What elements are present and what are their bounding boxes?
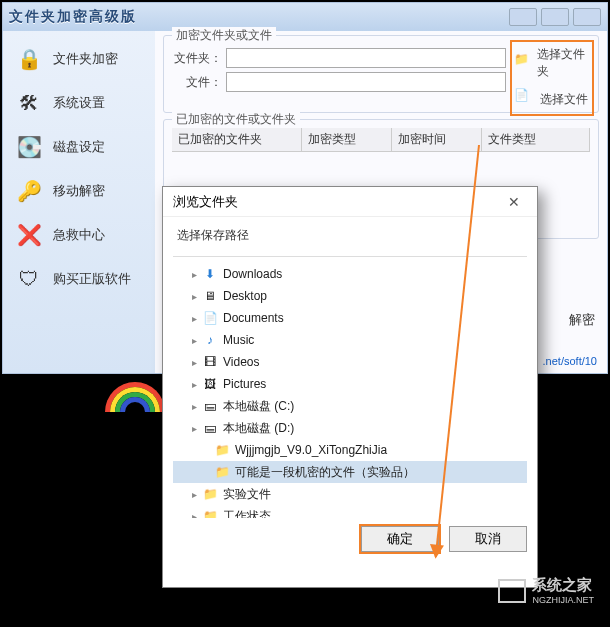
dialog-title: 浏览文件夹 (173, 193, 238, 211)
video-icon (201, 355, 219, 369)
desktop-icon (201, 289, 219, 303)
folder-input[interactable] (226, 48, 506, 68)
sidebar-item-label: 系统设置 (53, 94, 105, 112)
folder-tree[interactable]: ▸Downloads ▸Desktop ▸Documents ▸Music ▸V… (173, 256, 527, 518)
tree-item[interactable]: ▸Documents (173, 307, 527, 329)
th-type[interactable]: 加密类型 (302, 128, 392, 151)
sidebar: 文件夹加密 系统设置 磁盘设定 移动解密 急救中心 购买正版软件 (3, 31, 155, 373)
maximize-button[interactable] (541, 8, 569, 26)
key-icon (13, 175, 45, 207)
dialog-close-button[interactable]: ✕ (497, 191, 531, 213)
th-filetype[interactable]: 文件类型 (482, 128, 590, 151)
tree-item[interactable]: ▸Downloads (173, 263, 527, 285)
tree-item[interactable]: Wjjjmgjb_V9.0_XiTongZhiJia (173, 439, 527, 461)
watermark-brand: 系统之家 (532, 576, 594, 595)
folder-icon (201, 487, 219, 501)
choose-buttons: 选择文件夹 选择文件 (510, 40, 594, 116)
lock-icon (13, 43, 45, 75)
sidebar-item-label: 磁盘设定 (53, 138, 105, 156)
tree-item[interactable]: ▸Desktop (173, 285, 527, 307)
sidebar-item-disk[interactable]: 磁盘设定 (3, 125, 155, 169)
drive-icon (201, 421, 219, 435)
file-label: 文件： (172, 74, 226, 91)
file-input[interactable] (226, 72, 506, 92)
sidebar-item-buy[interactable]: 购买正版软件 (3, 257, 155, 301)
sidebar-item-label: 文件夹加密 (53, 50, 118, 68)
sidebar-item-label: 移动解密 (53, 182, 105, 200)
choose-file-button[interactable]: 选择文件 (512, 84, 592, 114)
folder-icon (514, 52, 533, 74)
tree-item[interactable]: ▸工作状态 (173, 505, 527, 518)
rainbow-graphic (105, 382, 165, 442)
dialog-title-bar: 浏览文件夹 ✕ (163, 187, 537, 217)
folder-icon (213, 465, 231, 479)
decrypt-button[interactable]: 解密 (569, 311, 595, 329)
drive-icon (201, 399, 219, 413)
app-title: 文件夹加密高级版 (9, 8, 137, 26)
legend: 已加密的文件或文件夹 (172, 111, 300, 128)
title-bar: 文件夹加密高级版 (3, 3, 607, 31)
dialog-subtitle: 选择保存路径 (163, 217, 537, 248)
folder-icon (213, 443, 231, 457)
tree-item-selected[interactable]: 可能是一段机密的文件（实验品） (173, 461, 527, 483)
ok-button[interactable]: 确定 (361, 526, 439, 552)
th-path[interactable]: 已加密的文件夹 (172, 128, 302, 151)
disk-icon (13, 131, 45, 163)
window-controls (509, 8, 601, 26)
tree-item[interactable]: ▸本地磁盘 (D:) (173, 417, 527, 439)
tree-item[interactable]: ▸本地磁盘 (C:) (173, 395, 527, 417)
close-button[interactable] (573, 8, 601, 26)
browse-folder-dialog: 浏览文件夹 ✕ 选择保存路径 ▸Downloads ▸Desktop ▸Docu… (162, 186, 538, 588)
tree-item[interactable]: ▸Pictures (173, 373, 527, 395)
document-icon (201, 311, 219, 325)
folder-icon (201, 509, 219, 518)
arrow-head-icon (429, 544, 444, 559)
choose-folder-button[interactable]: 选择文件夹 (512, 42, 592, 84)
th-time[interactable]: 加密时间 (392, 128, 482, 151)
sidebar-item-label: 购买正版软件 (53, 270, 131, 288)
sidebar-item-encrypt[interactable]: 文件夹加密 (3, 37, 155, 81)
folder-label: 文件夹： (172, 50, 226, 67)
music-icon (201, 333, 219, 347)
legend: 加密文件夹或文件 (172, 27, 276, 44)
tree-item[interactable]: ▸Music (173, 329, 527, 351)
shield-icon (13, 263, 45, 295)
watermark-domain: NGZHIJIA.NET (532, 595, 594, 605)
sidebar-item-settings[interactable]: 系统设置 (3, 81, 155, 125)
tree-item[interactable]: ▸Videos (173, 351, 527, 373)
file-icon (514, 88, 536, 110)
download-icon (201, 267, 219, 281)
dialog-button-row: 确定 取消 (163, 518, 537, 560)
cancel-button[interactable]: 取消 (449, 526, 527, 552)
tree-item[interactable]: ▸实验文件 (173, 483, 527, 505)
sidebar-item-rescue[interactable]: 急救中心 (3, 213, 155, 257)
encrypt-fieldset: 加密文件夹或文件 文件夹： 文件： 选择文件夹 选择文件 (163, 35, 599, 113)
watermark-logo-icon (498, 579, 526, 603)
sidebar-item-label: 急救中心 (53, 226, 105, 244)
gear-icon (13, 87, 45, 119)
link-tail[interactable]: .net/soft/10 (543, 355, 597, 367)
sidebar-item-mobile[interactable]: 移动解密 (3, 169, 155, 213)
watermark: 系统之家 NGZHIJIA.NET (498, 576, 594, 605)
picture-icon (201, 377, 219, 391)
minimize-button[interactable] (509, 8, 537, 26)
table-header: 已加密的文件夹 加密类型 加密时间 文件类型 (172, 128, 590, 152)
aid-icon (13, 219, 45, 251)
